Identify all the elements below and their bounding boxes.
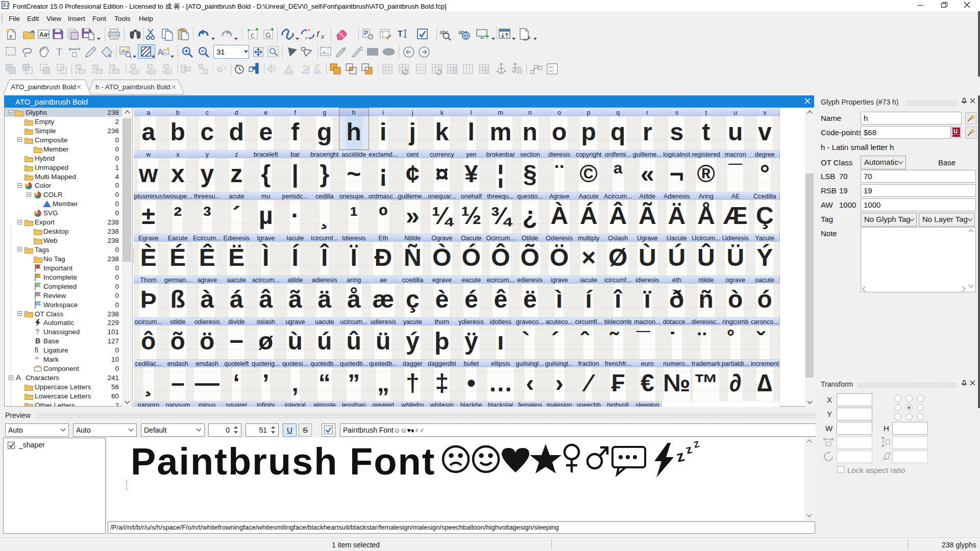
svg-text:f: f: [316, 30, 320, 39]
svg-text:G: G: [265, 31, 271, 39]
svg-text:F: F: [10, 34, 13, 39]
svg-text:A: A: [157, 47, 163, 57]
svg-text:z: z: [674, 447, 686, 465]
svg-text:HO: HO: [549, 65, 554, 69]
svg-text:P: P: [364, 30, 368, 37]
svg-text:T: T: [56, 46, 62, 58]
svg-text:F: F: [4, 3, 7, 8]
svg-text:z: z: [684, 442, 693, 457]
svg-text:G: G: [217, 65, 223, 73]
svg-text:c: c: [251, 31, 254, 39]
svg-text:T: T: [398, 30, 403, 38]
svg-text:HO: HO: [549, 69, 554, 73]
svg-text:U: U: [953, 128, 958, 134]
svg-text:x: x: [321, 33, 325, 40]
